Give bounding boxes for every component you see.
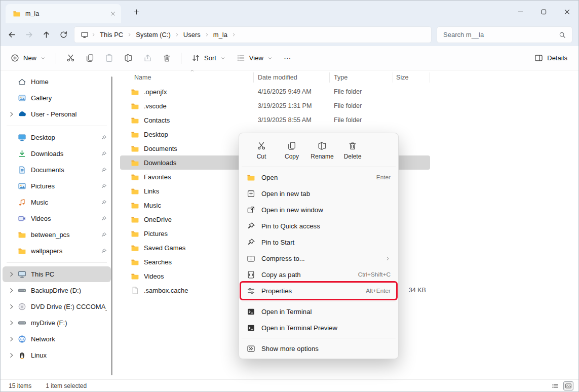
share-button[interactable] — [138, 50, 157, 67]
new-tab-button[interactable] — [133, 8, 140, 16]
breadcrumb-item-system-c[interactable]: System (C:) — [132, 29, 174, 40]
column-header-size[interactable]: Size — [393, 72, 430, 83]
menu-item-copy-as-path[interactable]: Copy as pathCtrl+Shift+C — [241, 266, 396, 283]
menu-item-pin-to-quick-access[interactable]: Pin to Quick access — [241, 218, 396, 234]
sidebar-item-label: This PC — [31, 270, 107, 278]
sidebar-item-pictures[interactable]: Pictures — [3, 178, 111, 194]
sidebar-scrollbar[interactable] — [111, 76, 112, 375]
menu-item-pin-to-start[interactable]: Pin to Start — [241, 234, 396, 250]
menu-item-open-in-terminal-preview[interactable]: Open in Terminal Preview — [241, 320, 396, 336]
items-count: 15 items — [9, 382, 31, 389]
back-button[interactable] — [8, 30, 16, 39]
file-name-cell: Music — [120, 201, 254, 210]
chevron-right-icon[interactable] — [8, 335, 15, 343]
quick-action-delete[interactable]: Delete — [338, 137, 367, 164]
menu-item-open-in-new-window[interactable]: Open in new window — [241, 202, 396, 218]
sidebar-item-documents[interactable]: Documents — [3, 162, 111, 178]
sidebar-item-between-pcs[interactable]: between_pcs — [3, 227, 111, 243]
sidebar-item-dvd-drive-e-cccoma-x64f[interactable]: DVD Drive (E:) CCCOMA_X64F — [3, 299, 111, 315]
chevron-right-icon[interactable] — [8, 351, 15, 359]
more-options-button[interactable]: … — [279, 50, 297, 67]
delete-button[interactable] — [158, 50, 176, 67]
thumbnail-view-toggle[interactable] — [563, 381, 573, 390]
file-name-cell: .vscode — [120, 102, 254, 110]
sidebar-item-gallery[interactable]: Gallery — [3, 90, 111, 106]
chevron-right-icon[interactable] — [8, 319, 15, 327]
close-button[interactable] — [555, 1, 578, 23]
rename-button[interactable] — [119, 50, 137, 67]
breadcrumb-item-m-la[interactable]: m_la — [210, 29, 231, 40]
details-view-toggle[interactable] — [550, 381, 560, 390]
menu-item-open-in-new-tab[interactable]: Open in new tab — [241, 185, 396, 202]
menu-item-properties[interactable]: PropertiesAlt+Enter — [241, 283, 396, 299]
file-row-contacts[interactable]: Contacts3/19/2025 8:55 AMFile folder — [120, 113, 430, 127]
menu-separator — [242, 167, 396, 167]
view-button[interactable]: View — [231, 50, 278, 67]
sidebar-item-downloads[interactable]: Downloads — [3, 146, 111, 162]
file-row-vscode[interactable]: .vscode3/19/2025 1:31 PMFile folder — [120, 99, 430, 113]
compress-icon — [247, 254, 255, 263]
quick-action-copy[interactable]: Copy — [278, 137, 306, 164]
sidebar-item-this-pc[interactable]: This PC — [3, 266, 111, 282]
videos-icon — [18, 214, 26, 223]
cut-button[interactable] — [61, 50, 80, 67]
quick-action-rename[interactable]: Rename — [308, 137, 336, 164]
maximize-button[interactable] — [532, 1, 555, 23]
sidebar-item-videos[interactable]: Videos — [3, 211, 111, 226]
details-button[interactable]: Details — [529, 50, 572, 67]
sidebar-item-linux[interactable]: Linux — [3, 347, 111, 363]
column-header-date-modified[interactable]: Date modified — [254, 72, 330, 83]
paste-button[interactable] — [100, 50, 118, 67]
column-header-name[interactable]: Name — [120, 72, 254, 83]
column-header-type[interactable]: Type — [330, 72, 393, 83]
sort-button[interactable]: Sort — [186, 50, 230, 67]
tab-close-icon[interactable] — [110, 11, 116, 17]
chevron-right-icon[interactable] — [8, 110, 15, 118]
chevron-right-icon[interactable] — [8, 287, 15, 294]
sidebar-item-home[interactable]: Home — [3, 74, 111, 90]
copy-button[interactable] — [81, 50, 99, 67]
minimize-button[interactable] — [509, 1, 532, 23]
forward-button[interactable] — [25, 30, 33, 39]
sidebar-item-wallpapers[interactable]: wallpapers — [3, 243, 111, 259]
menu-item-open[interactable]: OpenEnter — [241, 169, 396, 185]
open-new-window-icon — [247, 206, 255, 214]
file-name-cell: .openjfx — [120, 88, 254, 96]
refresh-button[interactable] — [59, 30, 68, 39]
documents-icon — [18, 166, 26, 174]
chevron-right-icon[interactable] — [175, 32, 179, 37]
column-header-label: Type — [334, 74, 348, 81]
file-row-openjfx[interactable]: .openjfx4/16/2025 9:49 AMFile folder — [120, 85, 430, 99]
chevron-right-icon[interactable] — [8, 303, 15, 310]
copy-path-icon — [247, 270, 255, 279]
sidebar-item-music[interactable]: Music — [3, 194, 111, 210]
toolbar-separator — [181, 53, 181, 64]
quick-action-cut[interactable]: Cut — [247, 137, 276, 164]
chevron-right-icon[interactable] — [205, 32, 209, 37]
sidebar-item-mydrive-f[interactable]: myDrive (F:) — [3, 315, 111, 331]
up-button[interactable] — [42, 30, 51, 39]
sidebar-item-backupdrive-d[interactable]: BackupDrive (D:) — [3, 283, 111, 298]
file-name-cell: Searches — [120, 258, 254, 266]
menu-item-label: Open in Terminal — [261, 308, 312, 316]
menu-item-open-in-terminal[interactable]: Open in Terminal — [241, 303, 396, 320]
breadcrumb-item-this-pc[interactable]: This PC — [96, 29, 127, 40]
breadcrumb-item-users[interactable]: Users — [180, 29, 204, 40]
search-box[interactable] — [437, 26, 572, 43]
chevron-right-icon[interactable] — [127, 32, 132, 37]
sidebar-item-network[interactable]: Network — [3, 331, 111, 347]
chevron-right-icon[interactable] — [8, 270, 15, 278]
menu-item-compress-to[interactable]: Compress to... — [241, 250, 396, 266]
sidebar-item-user-personal[interactable]: User - Personal — [3, 106, 111, 122]
file-type-cell: File folder — [330, 102, 393, 109]
chevron-right-icon[interactable] — [231, 32, 236, 37]
explorer-tab[interactable]: m_la — [6, 4, 121, 23]
chevron-right-icon[interactable] — [91, 32, 96, 37]
search-input[interactable] — [443, 31, 555, 38]
new-button[interactable]: New — [6, 50, 51, 67]
file-name-cell: Videos — [120, 272, 254, 281]
menu-item-show-more-options[interactable]: Show more options — [241, 340, 396, 357]
menu-separator — [242, 301, 396, 301]
sidebar-item-desktop[interactable]: Desktop — [3, 130, 111, 145]
folder-icon — [131, 116, 139, 125]
